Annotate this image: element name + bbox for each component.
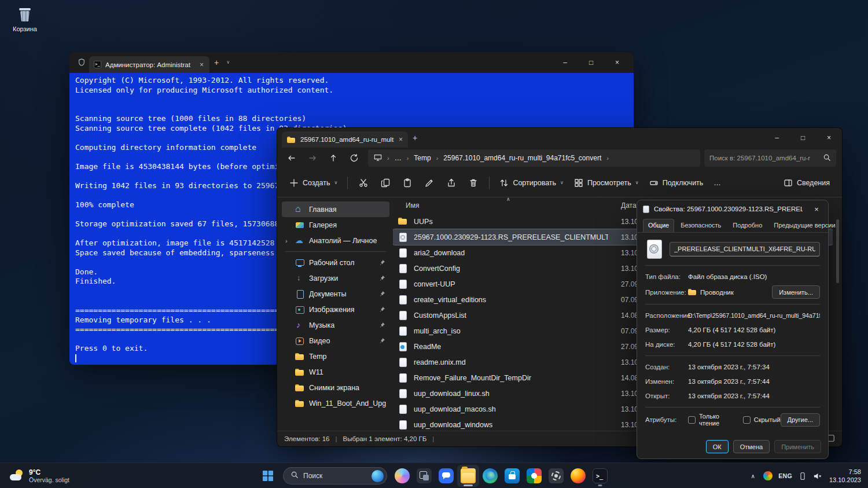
- sidebar-icon: [295, 236, 305, 246]
- sidebar-item-music[interactable]: › Музыка: [282, 317, 389, 333]
- taskbar-app-photos[interactable]: [523, 465, 545, 487]
- sidebar-item-downloads[interactable]: › Загрузки: [282, 270, 389, 286]
- back-button[interactable]: [282, 149, 301, 167]
- modified-value: 13 октября 2023 г., 7:57:44: [688, 378, 770, 385]
- sidebar-item-w11[interactable]: › W11: [282, 364, 389, 380]
- mount-button-label: Подключить: [663, 179, 704, 187]
- taskbar-app-terminal[interactable]: [589, 465, 611, 487]
- taskbar-app-task-view[interactable]: [413, 465, 435, 487]
- properties-tab-details[interactable]: Подробно: [727, 219, 767, 232]
- tray-app-icon[interactable]: [761, 467, 775, 485]
- close-button[interactable]: ×: [604, 52, 630, 73]
- app-icon: [593, 468, 608, 483]
- more-options-button[interactable]: …: [708, 173, 726, 193]
- app-icon: [461, 468, 476, 483]
- vertical-scrollbar[interactable]: [836, 215, 839, 428]
- column-header-name[interactable]: Имя: [406, 201, 419, 210]
- sidebar-item-documents[interactable]: › Документы: [282, 286, 389, 302]
- sort-button[interactable]: Сортировать ∨: [494, 173, 569, 193]
- properties-tab-general[interactable]: Общие: [643, 219, 674, 232]
- refresh-button[interactable]: [344, 149, 364, 167]
- properties-tab-security[interactable]: Безопасность: [675, 219, 726, 232]
- recycle-bin[interactable]: Корзина: [6, 5, 44, 32]
- sidebar-item-gallery[interactable]: › Галерея: [282, 217, 389, 233]
- recycle-bin-icon: [15, 5, 35, 24]
- readonly-checkbox[interactable]: [688, 416, 696, 424]
- taskbar-app-explorer[interactable]: [457, 465, 479, 487]
- tab-close-icon[interactable]: ×: [399, 135, 403, 144]
- maximize-button[interactable]: □: [578, 52, 604, 73]
- file-name: uup_download_windows: [414, 421, 492, 429]
- minimize-button[interactable]: –: [764, 128, 790, 148]
- copy-button[interactable]: [374, 173, 396, 193]
- taskbar-app-settings[interactable]: [545, 465, 567, 487]
- sidebar-item-screenshots[interactable]: › Снимки экрана: [282, 380, 389, 395]
- maximize-button[interactable]: □: [790, 128, 816, 148]
- taskbar-search[interactable]: [283, 467, 387, 485]
- close-button[interactable]: ×: [816, 128, 842, 148]
- phone-link-icon[interactable]: [796, 467, 810, 485]
- sidebar-item-win-11-boot-and-upgrade[interactable]: › Win_11_Boot_And_Upgrade_: [282, 395, 389, 411]
- hidden-checkbox[interactable]: [743, 416, 751, 424]
- delete-button[interactable]: [462, 173, 484, 193]
- cancel-button[interactable]: Отмена: [733, 440, 770, 453]
- close-button[interactable]: ×: [807, 205, 826, 214]
- explorer-tab[interactable]: 25967.1010_amd64_ru-ru_mult ×: [282, 131, 408, 148]
- sidebar-item-pictures[interactable]: › Изображения: [282, 302, 389, 317]
- taskbar-app-firefox[interactable]: [567, 465, 589, 487]
- mount-button[interactable]: Подключить: [644, 173, 709, 193]
- new-tab-button[interactable]: +: [209, 57, 223, 68]
- sort-ascending-icon: ∧: [506, 196, 510, 202]
- tray-chevron-up-icon[interactable]: ∧: [746, 467, 760, 485]
- file-icon: [398, 263, 408, 274]
- tab-dropdown-icon[interactable]: ∨: [223, 59, 233, 66]
- file-name: convert-UUP: [414, 280, 455, 288]
- breadcrumb-item-current[interactable]: 25967.1010_amd64_ru-ru_multi_94a71fc5_co…: [443, 154, 601, 162]
- sidebar-item-label: Снимки экрана: [309, 384, 386, 392]
- taskbar-app-copilot[interactable]: [391, 465, 413, 487]
- new-button[interactable]: Создать ∨: [284, 173, 343, 193]
- filename-input[interactable]: [670, 242, 820, 256]
- sidebar-item-label: Изображения: [309, 306, 375, 314]
- ok-button[interactable]: ОК: [706, 440, 729, 453]
- clock[interactable]: 7:58 13.10.2023: [826, 468, 865, 485]
- cut-button[interactable]: [352, 173, 374, 193]
- volume-muted-icon[interactable]: [811, 467, 825, 485]
- divider: |: [335, 435, 337, 442]
- language-indicator[interactable]: ENG: [776, 467, 795, 485]
- breadcrumb-ellipsis[interactable]: …: [395, 154, 402, 162]
- weather-widget[interactable]: 9°C Överväg. soligt: [5, 464, 74, 487]
- apply-button[interactable]: Применить: [774, 440, 821, 453]
- sidebar-item-desktop[interactable]: › Рабочий стол: [282, 255, 389, 270]
- up-button[interactable]: [323, 149, 343, 167]
- sidebar-item-home[interactable]: › Главная: [282, 201, 389, 217]
- taskbar-app-chat[interactable]: [435, 465, 457, 487]
- rename-button[interactable]: [418, 173, 440, 193]
- file-icon: [398, 326, 408, 336]
- selection-summary: Выбран 1 элемент: 4,20 ГБ: [343, 435, 426, 442]
- new-tab-button[interactable]: +: [408, 133, 422, 143]
- taskbar-app-edge[interactable]: [479, 465, 501, 487]
- sidebar-item-onedrive[interactable]: › Анатолий — Личное: [282, 233, 389, 248]
- breadcrumb-item-temp[interactable]: Temp: [414, 154, 431, 162]
- forward-button[interactable]: [303, 149, 322, 167]
- sidebar-item-videos[interactable]: › Видео: [282, 333, 389, 348]
- start-button[interactable]: [257, 465, 279, 487]
- view-button[interactable]: Просмотреть ∨: [569, 173, 644, 193]
- created-label: Создан:: [645, 364, 688, 370]
- paste-button[interactable]: [396, 173, 418, 193]
- change-app-button[interactable]: Изменить...: [772, 285, 820, 299]
- file-icon: [398, 279, 408, 289]
- explorer-search-input[interactable]: [709, 155, 819, 162]
- taskbar-app-store[interactable]: [501, 465, 523, 487]
- other-attributes-button[interactable]: Другие...: [781, 413, 820, 427]
- tab-close-icon[interactable]: ×: [198, 61, 205, 69]
- details-pane-button[interactable]: Сведения: [778, 173, 835, 193]
- sidebar-item-temp[interactable]: › Temp: [282, 348, 389, 364]
- pin-icon: [379, 259, 385, 266]
- properties-tab-previous-versions[interactable]: Предыдущие версии: [768, 219, 840, 232]
- minimize-button[interactable]: –: [552, 52, 578, 73]
- taskbar-search-input[interactable]: [303, 472, 367, 480]
- share-button[interactable]: [440, 173, 462, 193]
- terminal-tab[interactable]: >_ Администратор: Administrat ×: [89, 56, 209, 73]
